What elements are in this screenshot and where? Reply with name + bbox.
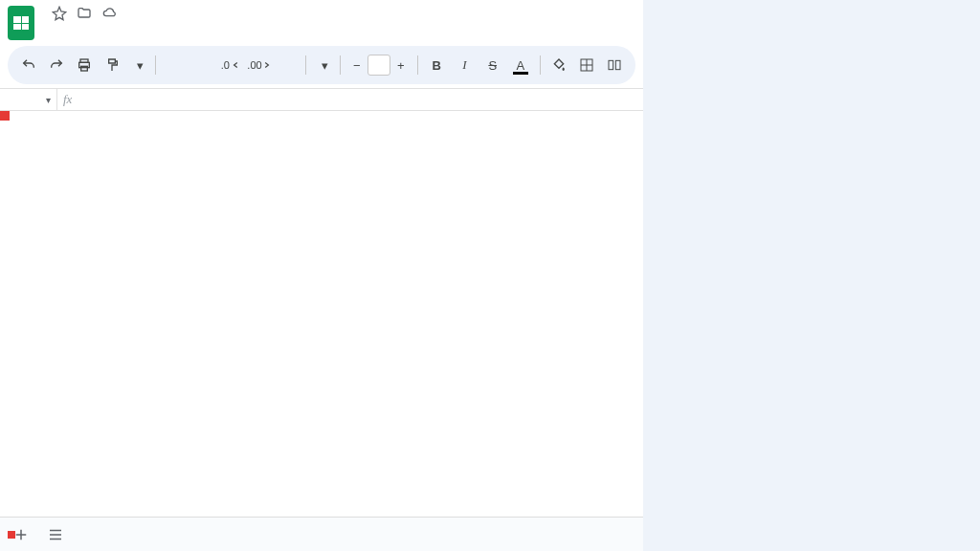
menu-help[interactable] <box>165 23 178 31</box>
currency-button[interactable] <box>162 52 188 78</box>
star-icon[interactable] <box>52 6 67 21</box>
fontsize-decrease-button[interactable]: − <box>346 55 368 76</box>
increase-decimal-button[interactable]: .00 <box>245 52 271 78</box>
name-box[interactable]: ▾ <box>6 89 57 110</box>
toolbar: ▾ .0 .00 ▾ − + B I S A <box>8 46 635 84</box>
decrease-decimal-button[interactable]: .0 <box>217 52 243 78</box>
menu-format[interactable] <box>103 23 117 31</box>
redo-button[interactable] <box>43 52 69 78</box>
undo-button[interactable] <box>15 52 41 78</box>
text-color-button[interactable]: A <box>507 52 533 78</box>
menu-extensions[interactable] <box>149 23 163 31</box>
menu-tools[interactable] <box>134 23 147 31</box>
fontsize-input[interactable] <box>368 55 390 76</box>
chevron-down-icon: ▾ <box>46 95 51 105</box>
move-folder-icon[interactable] <box>77 6 92 21</box>
menu-menus[interactable] <box>180 23 193 31</box>
number-format-button[interactable] <box>274 52 300 78</box>
bold-button[interactable]: B <box>424 52 450 78</box>
fill-color-button[interactable] <box>546 52 571 78</box>
svg-rect-4 <box>609 60 613 69</box>
menu-edit[interactable] <box>57 23 71 31</box>
svg-rect-5 <box>616 60 621 69</box>
italic-button[interactable]: I <box>452 52 478 78</box>
menu-insert[interactable] <box>88 23 101 31</box>
fontsize-increase-button[interactable]: + <box>390 55 412 76</box>
strikethrough-button[interactable]: S <box>479 52 505 78</box>
chevron-down-icon: ▾ <box>322 58 328 73</box>
merge-button[interactable] <box>602 52 628 78</box>
add-sheet-button[interactable] <box>8 521 34 548</box>
borders-button[interactable] <box>574 52 600 78</box>
cloud-status-icon[interactable] <box>101 6 119 21</box>
paint-format-button[interactable] <box>100 52 125 78</box>
print-button[interactable] <box>71 52 97 78</box>
menu-data[interactable] <box>119 23 132 31</box>
font-dropdown[interactable]: ▾ <box>312 52 334 78</box>
menu-view[interactable] <box>73 23 86 31</box>
sheets-logo[interactable] <box>8 6 34 40</box>
percent-button[interactable] <box>189 52 215 78</box>
menubar <box>42 21 193 31</box>
zoom-dropdown[interactable]: ▾ <box>127 52 149 78</box>
all-sheets-button[interactable] <box>42 521 69 548</box>
menu-file[interactable] <box>42 23 56 31</box>
chevron-down-icon: ▾ <box>137 58 144 73</box>
fx-icon: fx <box>63 92 72 107</box>
